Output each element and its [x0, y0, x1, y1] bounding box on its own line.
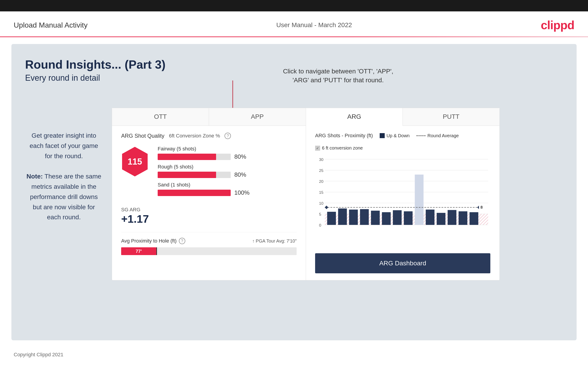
bar-container-fairway: 80%	[158, 153, 297, 160]
legend-conversion: ✓ 6 ft conversion zone	[315, 145, 363, 151]
svg-rect-33	[470, 212, 478, 225]
upload-manual-activity-label: Upload Manual Activity	[14, 21, 88, 29]
shot-quality-bars: Fairway (5 shots) 80% Rough (5 shots)	[158, 146, 297, 200]
conversion-label: 6ft Conversion Zone %	[169, 133, 220, 139]
bar-fill-rough	[158, 172, 216, 178]
header: Upload Manual Activity User Manual - Mar…	[0, 11, 588, 36]
svg-text:8: 8	[481, 205, 483, 209]
header-center-label: User Manual - March 2022	[276, 21, 352, 29]
bar-fill-sand	[158, 190, 231, 196]
svg-rect-30	[437, 213, 445, 225]
legend-up-down-label: Up & Down	[387, 133, 410, 138]
svg-rect-27	[404, 211, 413, 225]
svg-text:25: 25	[319, 168, 323, 173]
header-divider	[0, 36, 588, 37]
svg-text:5: 5	[319, 212, 321, 217]
bar-fill-fairway	[158, 154, 216, 160]
bar-container-rough: 80%	[158, 171, 297, 178]
chart-svg: 30 25 20 15 10 5 0	[315, 155, 490, 246]
bar-pct-fairway: 80%	[234, 153, 246, 160]
shot-row-rough: Rough (5 shots) 80%	[158, 164, 297, 178]
legend-up-down: Up & Down	[380, 133, 410, 138]
shot-quality-label: ARG Shot Quality	[121, 133, 164, 139]
svg-rect-25	[382, 212, 391, 225]
svg-text:20: 20	[319, 179, 323, 184]
svg-rect-31	[448, 210, 456, 225]
card-body: ARG Shot Quality 6ft Conversion Zone % ?…	[112, 126, 500, 280]
chart-area: 30 25 20 15 10 5 0	[315, 155, 490, 246]
proximity-section: Avg Proximity to Hole (ft) ? ↑ PGA Tour …	[121, 232, 297, 255]
legend-square-icon	[380, 133, 385, 138]
svg-rect-20	[327, 212, 336, 225]
svg-text:10: 10	[319, 201, 323, 206]
clippd-logo: clippd	[541, 18, 574, 32]
chart-header: ARG Shots - Proximity (ft) Up & Down Rou…	[315, 133, 490, 151]
svg-rect-32	[459, 211, 467, 225]
arg-dashboard-button[interactable]: ARG Dashboard	[315, 253, 490, 273]
nav-hint: Click to navigate between 'OTT', 'APP', …	[283, 67, 393, 84]
bar-pct-sand: 100%	[234, 189, 250, 196]
tab-arg[interactable]: ARG	[306, 108, 403, 126]
svg-rect-22	[349, 209, 358, 225]
panel-header: ARG Shot Quality 6ft Conversion Zone % ?	[121, 133, 297, 139]
sg-label: SG ARG	[121, 207, 297, 213]
shot-label-fairway: Fairway (5 shots)	[158, 146, 297, 152]
hexagon: 115	[121, 146, 148, 177]
proximity-header: Avg Proximity to Hole (ft) ? ↑ PGA Tour …	[121, 238, 297, 244]
header-left: Upload Manual Activity	[14, 21, 88, 29]
left-panel: ARG Shot Quality 6ft Conversion Zone % ?…	[112, 126, 306, 280]
tabs-container: OTT APP ARG PUTT	[112, 108, 500, 126]
proximity-bar-track: 77'	[121, 247, 297, 255]
shot-row-sand: Sand (1 shots) 100%	[158, 182, 297, 196]
shot-label-sand: Sand (1 shots)	[158, 182, 297, 188]
proximity-label: Avg Proximity to Hole (ft)	[121, 238, 177, 244]
shot-row-fairway: Fairway (5 shots) 80%	[158, 146, 297, 160]
sg-section: SG ARG +1.17	[121, 207, 297, 225]
top-bar	[0, 0, 588, 11]
legend-conversion-label: 6 ft conversion zone	[322, 145, 363, 151]
svg-rect-23	[360, 209, 369, 225]
hex-value: 115	[128, 157, 142, 167]
svg-rect-24	[371, 211, 380, 225]
bar-track-rough	[158, 172, 231, 178]
svg-rect-21	[338, 209, 347, 225]
svg-text:30: 30	[319, 157, 323, 162]
legend-round-avg-label: Round Average	[427, 133, 459, 138]
svg-rect-29	[426, 209, 434, 225]
copyright-label: Copyright Clippd 2021	[14, 352, 63, 358]
proximity-bar-fill: 77'	[121, 247, 156, 255]
bar-track-fairway	[158, 154, 231, 160]
legend-check-icon: ✓	[315, 146, 320, 151]
sg-value: +1.17	[121, 213, 297, 225]
insight-text: Get greater insight into each facet of y…	[25, 131, 103, 223]
bar-pct-rough: 80%	[234, 171, 246, 178]
bar-track-sand	[158, 190, 231, 196]
legend-round-avg: Round Average	[416, 133, 459, 138]
svg-text:15: 15	[319, 190, 323, 195]
round-insights-card: OTT APP ARG PUTT ARG Shot Quality 6ft Co…	[112, 108, 500, 280]
tab-app[interactable]: APP	[209, 108, 306, 125]
main-content: Round Insights... (Part 3) Every round i…	[11, 44, 577, 340]
right-panel: ARG Shots - Proximity (ft) Up & Down Rou…	[306, 126, 500, 280]
proximity-avg: ↑ PGA Tour Avg: 7'10"	[252, 238, 297, 244]
proximity-cursor	[156, 247, 157, 255]
bar-container-sand: 100%	[158, 189, 297, 196]
svg-rect-28	[415, 175, 424, 225]
svg-marker-35	[325, 206, 328, 209]
proximity-bar-label: 77'	[136, 249, 142, 254]
tab-putt[interactable]: PUTT	[403, 108, 500, 125]
footer: Copyright Clippd 2021	[0, 347, 588, 362]
chart-title: ARG Shots - Proximity (ft)	[315, 133, 373, 139]
svg-rect-26	[393, 210, 402, 225]
shot-label-rough: Rough (5 shots)	[158, 164, 297, 170]
svg-text:0: 0	[319, 223, 321, 227]
tab-ott[interactable]: OTT	[112, 108, 209, 125]
hex-container: 115 Fairway (5 shots) 80%	[121, 146, 297, 200]
help-icon[interactable]: ?	[225, 133, 231, 139]
svg-marker-36	[477, 206, 479, 209]
legend-dashed-icon	[416, 135, 425, 136]
proximity-help-icon[interactable]: ?	[179, 238, 185, 244]
